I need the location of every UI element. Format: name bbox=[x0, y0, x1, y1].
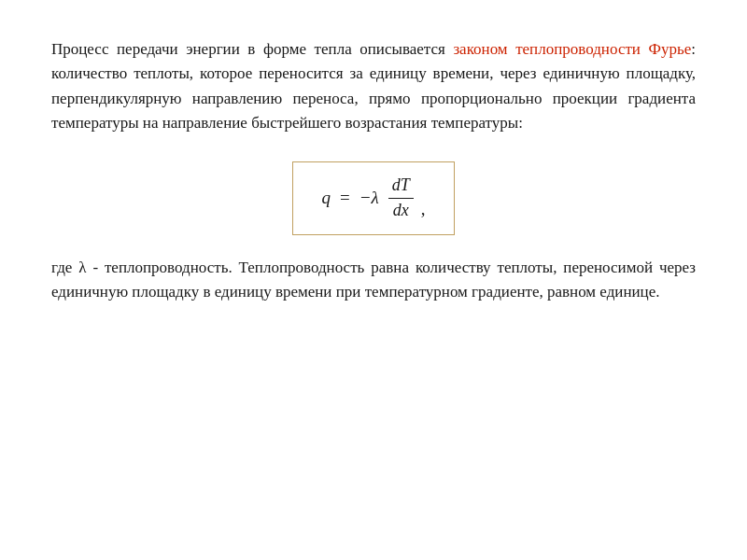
formula-block: q = −λ dT dx , bbox=[51, 161, 696, 234]
formula-numerator: dT bbox=[388, 175, 414, 199]
formula-inner: q = −λ dT dx , bbox=[321, 175, 425, 220]
formula-denominator: dx bbox=[389, 199, 413, 221]
page-container: Процесс передачи энергии в форме тепла о… bbox=[0, 0, 747, 560]
formula-box: q = −λ dT dx , bbox=[292, 161, 454, 234]
paragraph1-part1: Процесс передачи энергии в форме тепла о… bbox=[51, 40, 453, 58]
formula-equals: = bbox=[340, 188, 350, 208]
formula-fraction: dT dx bbox=[388, 175, 414, 220]
paragraph2-text: где λ - теплопроводность. Теплопроводнос… bbox=[51, 259, 696, 301]
formula-q: q bbox=[321, 188, 331, 208]
formula-comma: , bbox=[421, 199, 426, 221]
formula-minus-lambda: −λ bbox=[359, 188, 379, 208]
fourier-law-term: законом теплопроводности Фурье bbox=[453, 40, 691, 58]
bottom-paragraph: где λ - теплопроводность. Теплопроводнос… bbox=[51, 256, 696, 305]
intro-paragraph: Процесс передачи энергии в форме тепла о… bbox=[51, 37, 696, 135]
